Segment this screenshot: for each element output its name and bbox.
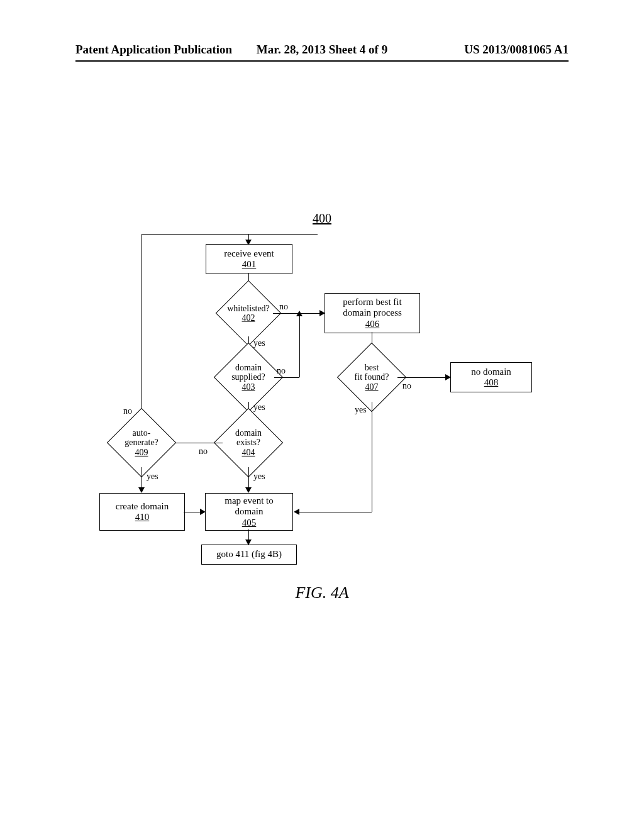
edge-407-no: no bbox=[402, 381, 411, 391]
node-whitelisted: whitelisted? 402 bbox=[225, 290, 272, 336]
node-403-label: domain supplied? 403 bbox=[219, 363, 278, 392]
node-405-l1: map event to bbox=[225, 495, 273, 506]
node-create-domain: create domain 410 bbox=[99, 493, 185, 531]
edge-407-yes: yes bbox=[355, 405, 367, 415]
node-401-text: receive event bbox=[224, 248, 274, 259]
edge-404-no: no bbox=[199, 446, 208, 456]
edge-404-yes: yes bbox=[253, 472, 265, 482]
node-410-id: 410 bbox=[135, 512, 150, 523]
node-auto-generate: auto- generate? 409 bbox=[117, 418, 166, 467]
node-406-l1: perform best fit bbox=[343, 297, 401, 307]
node-409-label: auto- generate? 409 bbox=[112, 428, 171, 457]
node-411-text: goto 411 (fig 4B) bbox=[216, 549, 282, 560]
node-domain-supplied: domain supplied? 403 bbox=[224, 353, 273, 402]
node-402-label: whitelisted? 402 bbox=[221, 304, 277, 323]
node-410-text: create domain bbox=[116, 501, 169, 512]
node-406-l2: domain process bbox=[343, 307, 402, 318]
node-406-id: 406 bbox=[365, 319, 380, 329]
node-405-l2: domain bbox=[235, 506, 264, 517]
node-best-fit-found: best fit found? 407 bbox=[347, 353, 396, 402]
flowchart-canvas: receive event 401 whitelisted? 402 no ye… bbox=[0, 0, 644, 830]
node-map-event-to-domain: map event to domain 405 bbox=[205, 493, 293, 531]
edge-402-no: no bbox=[279, 302, 288, 312]
node-408-text: no domain bbox=[471, 367, 511, 377]
edge-409-yes: yes bbox=[147, 472, 158, 482]
node-408-id: 408 bbox=[484, 377, 499, 388]
node-receive-event: receive event 401 bbox=[206, 244, 292, 274]
node-domain-exists: domain exists? 404 bbox=[224, 418, 273, 467]
page: Patent Application Publication Mar. 28, … bbox=[0, 0, 644, 830]
edge-402-yes: yes bbox=[253, 338, 265, 348]
edge-403-no: no bbox=[277, 366, 286, 376]
node-405-id: 405 bbox=[242, 517, 257, 528]
edge-403-yes: yes bbox=[253, 402, 265, 412]
node-no-domain: no domain 408 bbox=[450, 362, 532, 392]
node-goto-411: goto 411 (fig 4B) bbox=[201, 545, 297, 565]
node-401-id: 401 bbox=[242, 259, 257, 270]
node-407-label: best fit found? 407 bbox=[342, 363, 401, 392]
edge-409-no: no bbox=[123, 406, 132, 416]
node-perform-best-fit: perform best fit domain process 406 bbox=[325, 293, 420, 333]
node-404-label: domain exists? 404 bbox=[219, 428, 278, 457]
figure-caption: FIG. 4A bbox=[0, 584, 644, 602]
